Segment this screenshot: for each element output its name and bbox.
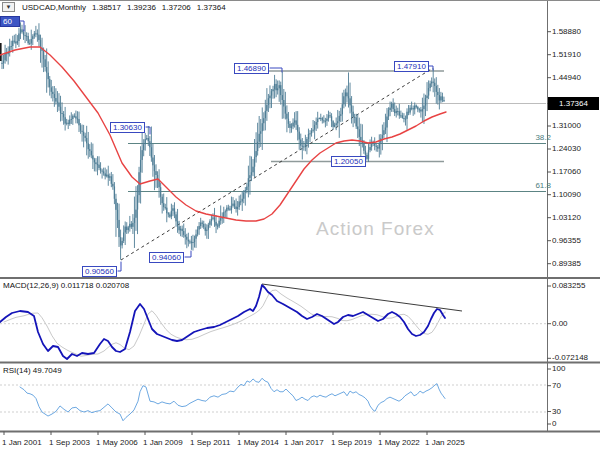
price-callout[interactable]: 60 bbox=[0, 16, 20, 27]
open-value: 1.38517 bbox=[92, 3, 121, 12]
time-tick-label: 1 Jan 2009 bbox=[143, 438, 183, 447]
price-tick-label: 1.51910 bbox=[552, 50, 581, 59]
chart-titlebar: ▼ USDCAD,Monthly 1.38517 1.39236 1.37206… bbox=[2, 2, 226, 12]
time-tick-label: 1 Jan 2001 bbox=[2, 438, 42, 447]
price-callout[interactable]: 1.47910 bbox=[394, 61, 429, 72]
price-callout[interactable]: 1.30630 bbox=[110, 122, 145, 133]
trading-chart-window: ▼ USDCAD,Monthly 1.38517 1.39236 1.37206… bbox=[0, 0, 600, 450]
macd-axis-label: 0.083255 bbox=[552, 281, 585, 290]
price-callout[interactable]: 0.94060 bbox=[149, 252, 184, 263]
fib-level-label: 61.8 bbox=[531, 181, 551, 190]
price-tick-label: 1.10090 bbox=[552, 190, 581, 199]
fib-level-label: 38.2 bbox=[531, 133, 551, 142]
price-callout[interactable]: 1.46890 bbox=[234, 63, 269, 74]
high-value: 1.39236 bbox=[127, 3, 156, 12]
rsi-axis-label: 100 bbox=[552, 364, 565, 373]
rsi-indicator-label: RSI(14) 49.7049 bbox=[3, 366, 62, 375]
rsi-axis-label: 0 bbox=[552, 419, 556, 428]
low-value: 1.37206 bbox=[162, 3, 191, 12]
time-tick-label: 1 Sep 2019 bbox=[331, 438, 372, 447]
time-tick-label: 1 Sep 2003 bbox=[49, 438, 90, 447]
price-tick-label: 1.03120 bbox=[552, 213, 581, 222]
chart-canvas[interactable] bbox=[0, 1, 600, 450]
current-price-tag: 1.37364 bbox=[548, 97, 599, 110]
price-tick-label: 0.89385 bbox=[552, 259, 581, 268]
price-tick-label: 1.24030 bbox=[552, 144, 581, 153]
time-tick-label: 1 May 2014 bbox=[237, 438, 279, 447]
price-callout[interactable]: 0.90560 bbox=[82, 266, 117, 277]
time-tick-label: 1 Sep 2011 bbox=[190, 438, 230, 447]
close-value: 1.37364 bbox=[197, 3, 226, 12]
price-tick-label: 0.96355 bbox=[552, 236, 581, 245]
time-tick-label: 1 Jan 2017 bbox=[284, 438, 324, 447]
macd-axis-label: 0.00 bbox=[552, 319, 568, 328]
macd-indicator-label: MACD(12,26,9) 0.011718 0.020708 bbox=[3, 281, 129, 290]
rsi-axis-label: 70 bbox=[552, 381, 561, 390]
time-tick-label: 1 May 2022 bbox=[378, 438, 420, 447]
symbol-dropdown-icon[interactable]: ▼ bbox=[2, 2, 15, 12]
time-tick-label: 1 May 2006 bbox=[96, 438, 138, 447]
watermark: Action Forex bbox=[316, 218, 435, 240]
price-tick-label: 1.44940 bbox=[552, 73, 581, 82]
rsi-axis-label: 30 bbox=[552, 407, 561, 416]
macd-axis-label: -0.072148 bbox=[552, 353, 588, 362]
price-tick-label: 1.17060 bbox=[552, 167, 581, 176]
price-callout[interactable]: 1.20050 bbox=[331, 156, 366, 167]
time-tick-label: 1 Jan 2025 bbox=[425, 438, 465, 447]
symbol-timeframe-label: USDCAD,Monthly bbox=[22, 3, 86, 12]
price-tick-label: 1.31000 bbox=[552, 121, 581, 130]
price-tick-label: 1.58880 bbox=[552, 27, 581, 36]
